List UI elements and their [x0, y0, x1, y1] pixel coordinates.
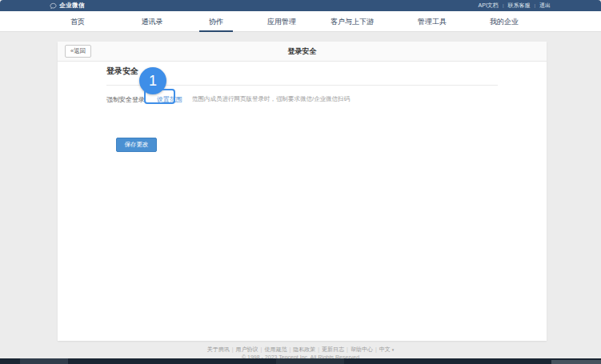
footer-link-about-tencent[interactable]: 关于腾讯	[207, 346, 230, 352]
back-button[interactable]: «返回	[65, 45, 91, 58]
footer-links: 关于腾讯|用户协议|使用规范|隐私政策|更新日志|帮助中心|中文 ▾	[0, 346, 601, 354]
footer-link-usage-rules[interactable]: 使用规范	[264, 346, 286, 352]
nav-tab-admin-tools[interactable]: 管理工具	[418, 11, 447, 32]
nav-tab-my-company[interactable]: 我的企业	[490, 11, 519, 32]
login-security-panel: «返回 登录安全 登录安全 强制安全登录 设置范围 范围内成员进行网页版登录时，…	[58, 42, 547, 341]
force-secure-login-description: 范围内成员进行网页版登录时，强制要求微信/企业微信扫码	[192, 95, 350, 103]
footer-separator: |	[347, 346, 348, 352]
footer-separator: |	[261, 346, 262, 352]
taskbar-strip	[0, 358, 601, 364]
footer-separator: |	[318, 346, 319, 352]
footer-separator: |	[289, 346, 290, 352]
force-secure-login-label: 强制安全登录	[106, 95, 145, 104]
taskbar-segment	[276, 358, 344, 364]
nav-bar: 首页 通讯录 协作 应用管理 客户与上下游 管理工具 我的企业	[0, 11, 601, 32]
chevron-down-icon[interactable]: ▾	[392, 347, 395, 352]
force-secure-login-row: 强制安全登录 设置范围 范围内成员进行网页版登录时，强制要求微信/企业微信扫码	[106, 91, 350, 107]
nav-tab-collaboration[interactable]: 协作	[209, 11, 223, 32]
save-changes-button[interactable]: 保存更改	[116, 138, 157, 152]
footer-link-user-agreement[interactable]: 用户协议	[236, 346, 258, 352]
footer-link-changelog[interactable]: 更新日志	[322, 346, 344, 352]
nav-tab-home[interactable]: 首页	[70, 11, 85, 32]
wechat-work-logo-icon	[50, 2, 57, 10]
section-title: 登录安全	[106, 66, 138, 77]
topbar-separator: |	[503, 3, 504, 8]
footer-link-privacy-policy[interactable]: 隐私政策	[293, 346, 315, 352]
annotation-highlight-box	[144, 89, 175, 104]
nav-tab-contacts[interactable]: 通讯录	[142, 11, 163, 32]
nav-tab-apps[interactable]: 应用管理	[267, 11, 296, 32]
footer-language-selector[interactable]: 中文	[379, 346, 391, 352]
footer-separator: |	[375, 346, 377, 352]
nav-tab-customers[interactable]: 客户与上下游	[331, 11, 374, 32]
brand: 企业微信	[50, 0, 85, 11]
screen: 企业微信 API文档 | 联系客服 | 退出 首页 通讯录 协作 应用管理 客户…	[0, 0, 601, 364]
topbar-link-api-docs[interactable]: API文档	[479, 2, 499, 10]
topbar: 企业微信 API文档 | 联系客服 | 退出	[0, 0, 601, 11]
footer-link-help-center[interactable]: 帮助中心	[351, 346, 373, 352]
panel-title: 登录安全	[58, 42, 547, 62]
topbar-link-logout[interactable]: 退出	[539, 2, 551, 10]
taskbar-segment	[20, 358, 68, 364]
panel-header: «返回 登录安全	[58, 42, 547, 62]
topbar-links: API文档 | 联系客服 | 退出	[479, 0, 551, 11]
topbar-separator: |	[534, 3, 535, 8]
footer-separator: |	[232, 346, 234, 352]
taskbar-segment	[551, 360, 601, 364]
brand-name: 企业微信	[59, 2, 85, 10]
topbar-link-contact-support[interactable]: 联系客服	[507, 2, 530, 10]
